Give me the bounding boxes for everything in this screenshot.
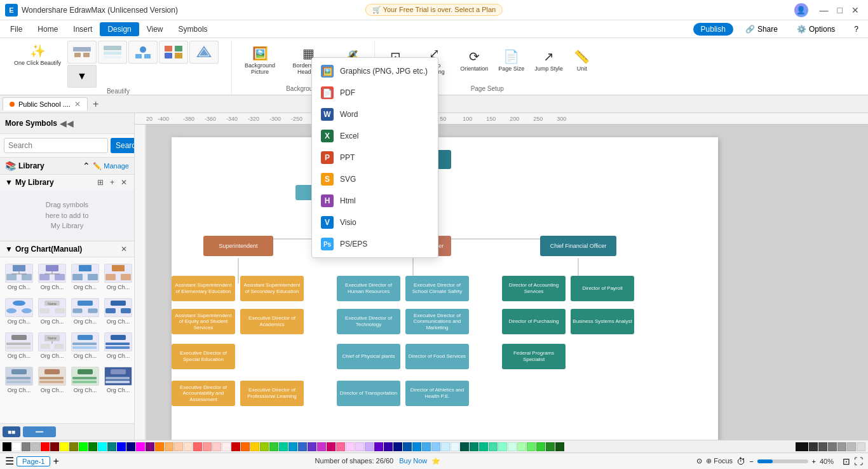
color-swatch[interactable] xyxy=(809,442,818,451)
org-box-chief-pp[interactable]: Chief of Physical plants xyxy=(337,344,400,369)
collapse-sidebar-button[interactable]: ◀◀ xyxy=(57,117,76,130)
add-library-button[interactable]: + xyxy=(108,177,116,187)
color-swatch[interactable] xyxy=(498,442,507,451)
org-box-superintendent[interactable]: Superintendent xyxy=(203,236,273,256)
menu-design[interactable]: Design xyxy=(100,22,139,36)
color-swatch[interactable] xyxy=(155,442,164,451)
fit-page-button[interactable]: ⊡ xyxy=(843,456,850,466)
export-html[interactable]: H Html xyxy=(312,190,438,212)
add-tab-button[interactable]: + xyxy=(88,97,104,111)
color-swatch[interactable] xyxy=(174,442,183,451)
tab-close-button[interactable]: ✕ xyxy=(74,100,81,109)
org-box-dir-pay[interactable]: Director of Payroll xyxy=(571,276,634,301)
org-box-ex-tech[interactable]: Executive Director of Technology xyxy=(337,309,400,334)
focus-button[interactable]: ⊕ Focus xyxy=(706,457,733,465)
color-swatch[interactable] xyxy=(479,442,488,451)
list-item[interactable]: Name Org Ch... xyxy=(37,330,67,362)
color-swatch[interactable] xyxy=(184,442,193,451)
org-box-ex-cs[interactable]: Executive Director of School Climate Saf… xyxy=(405,276,469,301)
color-swatch[interactable] xyxy=(212,442,221,451)
color-swatch[interactable] xyxy=(327,442,336,451)
color-swatch[interactable] xyxy=(126,442,135,451)
color-swatch[interactable] xyxy=(279,442,288,451)
list-item[interactable]: Org Ch... xyxy=(4,330,34,362)
menu-file[interactable]: File xyxy=(3,22,30,36)
minimize-button[interactable]: — xyxy=(816,4,832,17)
color-swatch[interactable] xyxy=(431,442,440,451)
orientation-button[interactable]: ⟳ Orientation xyxy=(456,46,492,74)
color-swatch[interactable] xyxy=(441,442,450,451)
list-item[interactable]: Org Ch... xyxy=(37,364,67,396)
menu-home[interactable]: Home xyxy=(30,22,65,36)
jump-style-button[interactable]: ↗ Jump Style xyxy=(531,46,567,74)
export-pseps[interactable]: Ps PS/EPS xyxy=(312,233,438,255)
add-page-button[interactable]: + xyxy=(53,456,58,467)
color-swatch[interactable] xyxy=(837,442,846,451)
org-box-biz-sys[interactable]: Business Systems Analyst xyxy=(571,309,634,334)
shape-preset-4[interactable] xyxy=(159,41,188,64)
sidebar-action-2[interactable]: ━━ xyxy=(23,426,56,437)
org-box-ex-hr[interactable]: Executive Director of Human Resources xyxy=(337,276,400,301)
trial-banner[interactable]: 🛒 Your Free Trial is over. Select a Plan xyxy=(365,4,503,16)
color-swatch[interactable] xyxy=(546,442,555,451)
color-swatch[interactable] xyxy=(555,442,564,451)
close-library-button[interactable]: ✕ xyxy=(119,177,129,187)
page-size-button[interactable]: 📄 Page Size xyxy=(494,46,528,74)
color-swatch[interactable] xyxy=(308,442,316,451)
export-pdf[interactable]: 📄 PDF xyxy=(312,82,438,104)
menu-insert[interactable]: Insert xyxy=(65,22,100,36)
color-swatch[interactable] xyxy=(422,442,431,451)
close-org-section-button[interactable]: ✕ xyxy=(119,244,129,254)
color-swatch[interactable] xyxy=(269,442,278,451)
color-swatch[interactable] xyxy=(146,442,154,451)
color-swatch[interactable] xyxy=(79,442,88,451)
list-item[interactable]: Name Org Ch... xyxy=(37,296,67,327)
color-swatch[interactable] xyxy=(98,442,107,451)
color-swatch[interactable] xyxy=(828,442,837,451)
shape-preset-3[interactable] xyxy=(128,41,158,64)
color-swatch[interactable] xyxy=(508,442,517,451)
color-swatch[interactable] xyxy=(88,442,97,451)
org-box-asst-equity[interactable]: Assistant Superintendent of Equity and S… xyxy=(172,309,235,334)
menu-symbols[interactable]: Symbols xyxy=(171,22,215,36)
my-library-header[interactable]: ▼ My Library ⊞ + ✕ xyxy=(0,175,134,190)
color-swatch[interactable] xyxy=(222,442,231,451)
zoom-in-button[interactable]: + xyxy=(812,458,816,465)
color-swatch[interactable] xyxy=(317,442,326,451)
buy-now-link[interactable]: Buy Now xyxy=(399,457,427,465)
list-item[interactable]: Org Ch... xyxy=(70,296,100,327)
color-swatch[interactable] xyxy=(41,442,50,451)
color-swatch[interactable] xyxy=(536,442,545,451)
list-item[interactable]: Org Ch... xyxy=(4,364,34,396)
list-item[interactable]: Org Ch... xyxy=(103,330,133,362)
shape-preset-2[interactable] xyxy=(98,41,127,64)
list-item[interactable]: Org Ch... xyxy=(37,261,67,293)
page-tab-1[interactable]: Page-1 xyxy=(17,456,50,466)
zoom-out-button[interactable]: − xyxy=(749,458,753,465)
color-swatch[interactable] xyxy=(69,442,78,451)
background-picture-button[interactable]: 🖼️ Background Picture xyxy=(237,43,283,78)
color-swatch[interactable] xyxy=(527,442,536,451)
color-swatch[interactable] xyxy=(193,442,202,451)
export-visio[interactable]: V Visio xyxy=(312,212,438,233)
color-swatch[interactable] xyxy=(517,442,526,451)
org-chart-header[interactable]: ▼ Org Chart(Manual) ✕ xyxy=(0,241,134,257)
export-svg[interactable]: S SVG xyxy=(312,168,438,190)
list-item[interactable]: Org Ch... xyxy=(103,364,133,396)
maximize-button[interactable]: □ xyxy=(834,4,846,17)
org-box-fed-prog[interactable]: Federal Programs Specialist xyxy=(502,344,566,369)
shape-preset-5[interactable] xyxy=(189,41,219,64)
layers-button[interactable]: ⊙ xyxy=(696,457,702,465)
org-box-ex-sped[interactable]: Executive Director of Special Education xyxy=(172,344,235,369)
shape-preset-arrow[interactable]: ▼ xyxy=(67,65,97,88)
list-item[interactable]: Org Ch... xyxy=(103,261,133,293)
canvas-content[interactable]: CEO Board of Executives Superintendent C… xyxy=(146,125,868,440)
options-button[interactable]: ⚙️ Options xyxy=(790,22,842,36)
export-library-button[interactable]: ⊞ xyxy=(95,177,105,187)
color-swatch[interactable] xyxy=(136,442,145,451)
color-swatch[interactable] xyxy=(60,442,69,451)
color-swatch[interactable] xyxy=(412,442,421,451)
org-box-asst-sec[interactable]: Assistant Superintendent of Secondary Ed… xyxy=(240,276,304,301)
export-excel[interactable]: X Excel xyxy=(312,125,438,147)
list-item[interactable]: Org Ch... xyxy=(70,261,100,293)
